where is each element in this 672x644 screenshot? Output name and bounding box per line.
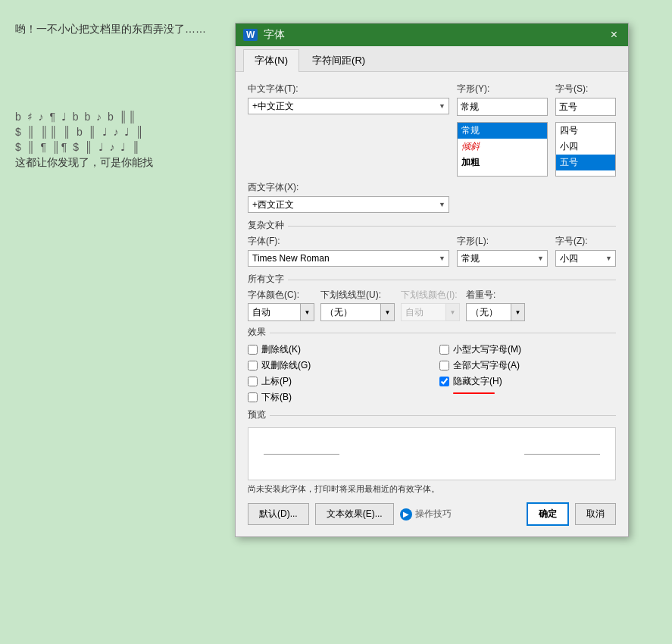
style-item-italic[interactable]: 倾斜 — [458, 139, 547, 155]
style-input-top[interactable]: 常规 — [457, 98, 548, 116]
tab-bar: 字体(N) 字符间距(R) — [236, 46, 628, 72]
preview-box — [248, 427, 616, 480]
western-size-spacer — [555, 181, 616, 213]
subscript-checkbox[interactable] — [248, 392, 258, 402]
all-text-section-label: 所有文字 — [248, 273, 616, 286]
size-list-top[interactable]: 四号 小四 五号 — [555, 122, 616, 177]
western-style-spacer — [457, 181, 548, 213]
chinese-font-select[interactable]: +中文正文 — [248, 98, 449, 114]
font-color-select-wrapper[interactable]: 自动 ▼ — [248, 303, 314, 321]
hidden-text-item[interactable]: 隐藏文字(H) — [439, 375, 616, 388]
emphasis-group: 着重号: （无） ▼ — [466, 289, 525, 321]
complex-section-label: 复杂文种 — [248, 219, 616, 232]
subscript-label: 下标(B) — [261, 391, 292, 404]
size-label-top: 字号(S): — [555, 83, 616, 95]
size-group-top: 字号(S): 五号 — [555, 83, 616, 116]
tips-button[interactable]: ▶ 操作技巧 — [400, 508, 452, 521]
complex-size-select[interactable]: 小四 — [555, 250, 616, 267]
chinese-font-row: 中文字体(T): +中文正文 字形(Y): 常规 字号(S): 五号 — [248, 83, 616, 116]
western-font-label: 西文字体(X): — [248, 181, 449, 194]
chinese-font-label: 中文字体(T): — [248, 83, 449, 95]
complex-style-label: 字形(L): — [457, 235, 548, 248]
preview-note: 尚未安装此字体，打印时将采用最相近的有效字体。 — [248, 483, 616, 495]
all-caps-item[interactable]: 全部大写字母(A) — [439, 359, 616, 372]
effects-section-label: 效果 — [248, 326, 616, 339]
small-caps-label: 小型大写字母(M) — [453, 343, 521, 356]
underline-color-label: 下划线颜色(I): — [401, 289, 460, 302]
underline-color-dropdown-btn[interactable]: ▼ — [446, 303, 460, 321]
superscript-checkbox[interactable] — [248, 377, 258, 386]
western-font-select[interactable]: +西文正文 — [248, 196, 449, 213]
chinese-font-group: 中文字体(T): +中文正文 — [248, 83, 449, 116]
underline-type-label: 下划线线型(U): — [320, 289, 395, 302]
font-color-label: 字体颜色(C): — [248, 289, 314, 302]
complex-size-dropdown[interactable]: 小四 — [556, 251, 615, 266]
complex-style-dropdown[interactable]: 常规 — [458, 251, 547, 266]
all-text-row: 字体颜色(C): 自动 ▼ 下划线线型(U): （无） ▼ 下划线颜色(I): … — [248, 289, 616, 321]
preview-section-label: 预览 — [248, 408, 616, 421]
small-caps-item[interactable]: 小型大写字母(M) — [439, 343, 616, 356]
underline-color-value: 自动 — [401, 303, 446, 321]
app-icon: W — [243, 29, 258, 41]
western-font-group: 西文字体(X): +西文正文 — [248, 181, 449, 213]
close-button[interactable]: × — [608, 28, 620, 42]
tab-spacing[interactable]: 字符间距(R) — [301, 49, 377, 71]
all-caps-checkbox[interactable] — [439, 361, 449, 370]
strikethrough-item[interactable]: 删除线(K) — [248, 343, 424, 356]
complex-style-select[interactable]: 常规 — [457, 250, 548, 267]
size-item-4[interactable]: 四号 — [556, 123, 615, 139]
western-font-row: 西文字体(X): +西文正文 — [248, 181, 616, 213]
superscript-label: 上标(P) — [261, 375, 292, 388]
dialog-title: 字体 — [264, 28, 607, 42]
superscript-item[interactable]: 上标(P) — [248, 375, 424, 388]
complex-font-group: 字体(F): Times New Roman — [248, 235, 449, 267]
complex-style-group: 字形(L): 常规 — [457, 235, 548, 267]
font-color-group: 字体颜色(C): 自动 ▼ — [248, 289, 314, 321]
western-font-dropdown[interactable]: +西文正文 — [248, 197, 449, 212]
preview-line-right — [524, 454, 600, 455]
ok-button[interactable]: 确定 — [527, 502, 569, 526]
font-color-value: 自动 — [248, 303, 301, 321]
default-button[interactable]: 默认(D)... — [248, 503, 309, 525]
spacer-left — [248, 122, 449, 177]
hidden-text-label: 隐藏文字(H) — [453, 375, 502, 388]
underline-type-select-wrapper[interactable]: （无） ▼ — [320, 303, 395, 321]
size-input-top[interactable]: 五号 — [555, 98, 616, 116]
small-caps-checkbox[interactable] — [439, 345, 449, 355]
tips-icon: ▶ — [400, 508, 412, 521]
strikethrough-checkbox[interactable] — [248, 345, 258, 355]
emphasis-select-wrapper[interactable]: （无） ▼ — [466, 303, 525, 321]
text-effect-button[interactable]: 文本效果(E)... — [315, 503, 394, 525]
subscript-item[interactable]: 下标(B) — [248, 391, 424, 404]
size-item-small4[interactable]: 小四 — [556, 139, 615, 155]
complex-size-label: 字号(Z): — [555, 235, 616, 248]
effects-grid: 删除线(K) 小型大写字母(M) 双删除线(G) 全部大写字母(A) 上标(P) — [248, 343, 616, 404]
complex-font-select[interactable]: Times New Roman — [248, 250, 449, 267]
underline-type-dropdown-btn[interactable]: ▼ — [381, 303, 395, 321]
dialog-body: 中文字体(T): +中文正文 字形(Y): 常规 字号(S): 五号 — [236, 72, 628, 536]
preview-line-left — [264, 454, 339, 455]
emphasis-dropdown-btn[interactable]: ▼ — [511, 303, 525, 321]
hidden-text-checkbox[interactable] — [439, 377, 449, 386]
underline-type-value: （无） — [320, 303, 381, 321]
complex-font-dropdown[interactable]: Times New Roman — [248, 251, 449, 266]
style-label-top: 字形(Y): — [457, 83, 548, 95]
style-size-lists-row: 常规 倾斜 加粗 四号 小四 五号 — [248, 122, 616, 177]
chinese-font-dropdown[interactable]: +中文正文 — [248, 98, 449, 114]
size-item-5[interactable]: 五号 — [556, 155, 615, 170]
style-group-top: 字形(Y): 常规 — [457, 83, 548, 116]
style-item-regular[interactable]: 常规 — [458, 123, 547, 139]
font-color-dropdown-btn[interactable]: ▼ — [301, 303, 314, 321]
style-item-bold[interactable]: 加粗 — [458, 155, 547, 170]
buttons-row: 默认(D)... 文本效果(E)... ▶ 操作技巧 确定 取消 — [248, 502, 616, 526]
underline-color-select-wrapper[interactable]: 自动 ▼ — [401, 303, 460, 321]
cancel-button[interactable]: 取消 — [575, 503, 616, 525]
double-strikethrough-checkbox[interactable] — [248, 361, 258, 370]
tab-font[interactable]: 字体(N) — [243, 49, 299, 72]
style-list-top[interactable]: 常规 倾斜 加粗 — [457, 122, 548, 177]
underline-color-group: 下划线颜色(I): 自动 ▼ — [401, 289, 460, 321]
font-dialog: W 字体 × 字体(N) 字符间距(R) 中文字体(T): +中文正文 字形(Y — [235, 23, 629, 537]
underline-type-group: 下划线线型(U): （无） ▼ — [320, 289, 395, 321]
emphasis-label: 着重号: — [466, 289, 525, 302]
double-strikethrough-item[interactable]: 双删除线(G) — [248, 359, 424, 372]
